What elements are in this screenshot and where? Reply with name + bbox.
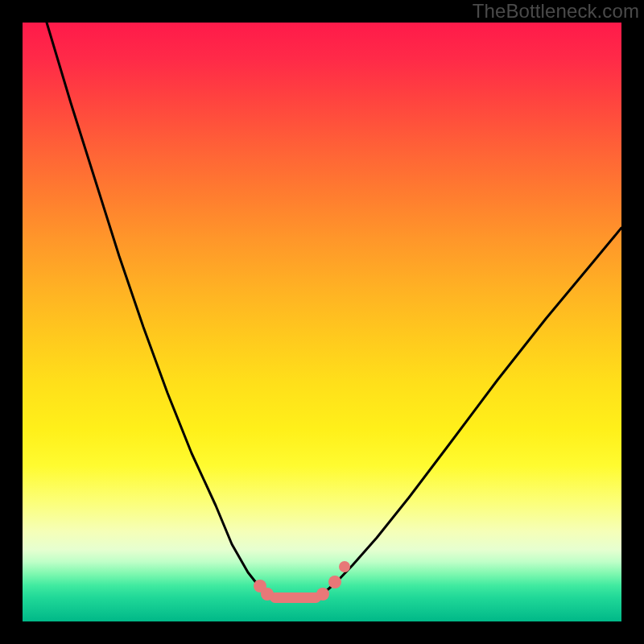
- chart-frame: TheBottleneck.com: [0, 0, 644, 644]
- chart-svg: [23, 23, 621, 621]
- bottom-dot: [316, 588, 329, 601]
- bottom-dot: [328, 576, 341, 588]
- bottom-dot: [261, 588, 274, 601]
- watermark-text: TheBottleneck.com: [473, 0, 639, 23]
- bottom-bar: [270, 592, 321, 603]
- bottom-glyphs: [254, 561, 350, 603]
- bottleneck-curve: [47, 23, 621, 597]
- bottom-dot: [339, 561, 350, 572]
- plot-area: [23, 23, 621, 621]
- curve-lines: [47, 23, 621, 597]
